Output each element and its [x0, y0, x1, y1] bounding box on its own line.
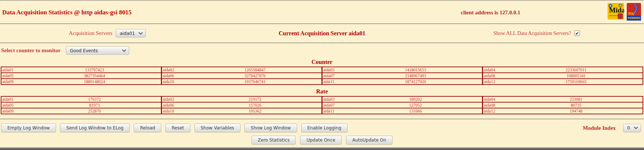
server-cell: aida09252870: [1, 108, 161, 114]
server-name: aida06: [163, 103, 189, 107]
show-variables-button[interactable]: Show Variables: [194, 124, 240, 132]
server-value: 80735: [510, 103, 642, 107]
midas-logo-icon: Midas powered by: [608, 3, 624, 19]
server-value: 219172: [189, 97, 321, 101]
chevron-down-icon: [122, 49, 126, 52]
server-cell: aida11131066: [321, 108, 482, 114]
log-buttons-row: Empty Log WindowSend Log Window to ELogR…: [1, 124, 641, 132]
counter-table: aida01133797423aida021265584847aida03141…: [1, 67, 643, 85]
server-value: 3270427076: [189, 74, 321, 78]
show-log-window-button[interactable]: Show Log Window: [244, 124, 297, 132]
page-title: Data Acquisition Statistics @ http aidas…: [2, 9, 131, 16]
header-logos: Midas powered by TCL POWERED: [608, 3, 641, 21]
server-cell: aida0581973: [1, 103, 161, 108]
page-header: Data Acquisition Statistics @ http aidas…: [0, 1, 644, 24]
midas-logo-text: Midas: [609, 6, 624, 14]
server-cell: aida10195362: [161, 108, 321, 114]
server-cell: aida01176372: [1, 97, 161, 102]
server-value: 108005341: [510, 74, 642, 78]
server-name: aida01: [2, 68, 29, 72]
empty-log-window-button[interactable]: Empty Log Window: [1, 124, 56, 132]
server-cell: aida12194748: [482, 108, 643, 114]
show-all-checkbox[interactable]: ✔: [574, 31, 580, 36]
divider: [0, 119, 644, 119]
acquisition-servers-label: Acquisition Servers: [69, 30, 113, 36]
show-all-group: Show ALL Data Acquisition Servers? ✔: [429, 31, 644, 36]
server-cell: aida091889148024: [1, 79, 161, 84]
table-row: aida01176372aida02219172aida03180202aida…: [1, 96, 643, 103]
update-buttons-row: Zero StatisticsUpdate OnceAutoUpdate On: [0, 136, 644, 144]
server-value: 81973: [29, 103, 160, 107]
show-all-label: Show ALL Data Acquisition Servers?: [493, 31, 571, 36]
server-name: aida09: [2, 109, 29, 113]
server-name: aida03: [323, 97, 350, 101]
server-value: 233081: [510, 97, 642, 101]
server-cell: aida02219172: [161, 97, 321, 102]
server-value: 1418015653: [350, 68, 481, 72]
reset-button[interactable]: Reset: [165, 124, 190, 132]
server-cell: aida072348967493: [321, 73, 482, 78]
tcl-powered-logo-icon: TCL POWERED: [627, 3, 641, 21]
reload-button[interactable]: Reload: [134, 124, 161, 132]
server-name: aida04: [484, 68, 510, 72]
server-cell: aida07127052: [321, 103, 482, 108]
server-cell: aida031418015653: [321, 67, 482, 72]
server-name: aida11: [323, 109, 350, 113]
client-address-text: client address is 127.0.0.1: [461, 10, 520, 16]
rate-section-heading: Rate: [0, 88, 644, 95]
server-name: aida11: [323, 79, 350, 84]
server-cell: aida053827354464: [1, 73, 161, 78]
server-value: 1265584847: [189, 68, 321, 72]
rate-table: aida01176372aida02219172aida03180202aida…: [1, 96, 643, 114]
server-name: aida12: [484, 109, 510, 113]
acquisition-server-select[interactable]: aida01: [116, 29, 146, 38]
module-index-label: Module Index: [583, 125, 616, 131]
server-cell: aida04233081: [482, 97, 643, 102]
daq-statistics-page: { "page": { "title": "Data Acquisition S…: [0, 0, 644, 150]
table-row: aida0581973aida06157026aida07127052aida0…: [1, 103, 643, 108]
server-name: aida05: [2, 74, 29, 78]
counter-selected-value: Good Events: [70, 48, 98, 53]
update-once-button[interactable]: Update Once: [300, 136, 341, 144]
server-name: aida05: [2, 103, 29, 107]
server-value: 252870: [29, 109, 160, 113]
server-cell: aida121759169665: [482, 79, 643, 84]
server-name: aida04: [484, 97, 510, 101]
counter-monitor-select[interactable]: Good Events: [66, 46, 129, 55]
server-name: aida09: [2, 79, 29, 84]
counter-select-row: Select counter to monitor Good Events: [0, 43, 644, 57]
tcl-logo-text: TCL: [628, 12, 634, 16]
server-cell: aida101937646741: [161, 79, 321, 84]
table-row: aida091889148024aida101937646741aida1118…: [1, 79, 643, 85]
server-value: 180202: [350, 97, 481, 101]
counter-section-heading: Counter: [0, 59, 644, 65]
server-value: 1937646741: [189, 79, 321, 84]
server-value: 1874127920: [350, 79, 481, 84]
server-value: 131066: [350, 109, 481, 113]
table-row: aida09252870aida10195362aida11131066aida…: [1, 108, 643, 114]
server-cell: aida021265584847: [161, 67, 321, 72]
module-index-select[interactable]: 0: [623, 124, 641, 132]
chevron-down-icon: [634, 126, 638, 129]
server-name: aida02: [163, 97, 189, 101]
send-log-window-to-elog-button[interactable]: Send Log Window to ELog: [60, 124, 130, 132]
acquisition-server-selected-value: aida01: [120, 31, 135, 36]
autoupdate-on-button[interactable]: AutoUpdate On: [346, 136, 393, 144]
server-value: 194748: [510, 109, 642, 113]
server-value: 2348967493: [350, 74, 481, 78]
server-value: 3827354464: [29, 74, 160, 78]
server-cell: aida03180202: [321, 97, 482, 102]
server-value: 127052: [350, 103, 481, 107]
module-index-selected-value: 0: [627, 125, 630, 131]
server-name: aida06: [163, 74, 189, 78]
server-value: 195362: [189, 109, 321, 113]
server-name: aida08: [484, 74, 510, 78]
enable-logging-button[interactable]: Enable Logging: [301, 124, 348, 132]
server-name: aida10: [163, 109, 189, 113]
zero-statistics-button[interactable]: Zero Statistics: [251, 136, 296, 144]
server-name: aida10: [163, 79, 189, 84]
server-name: aida01: [2, 97, 29, 101]
server-name: aida07: [323, 74, 350, 78]
server-name: aida03: [323, 68, 350, 72]
chevron-down-icon: [138, 32, 143, 35]
